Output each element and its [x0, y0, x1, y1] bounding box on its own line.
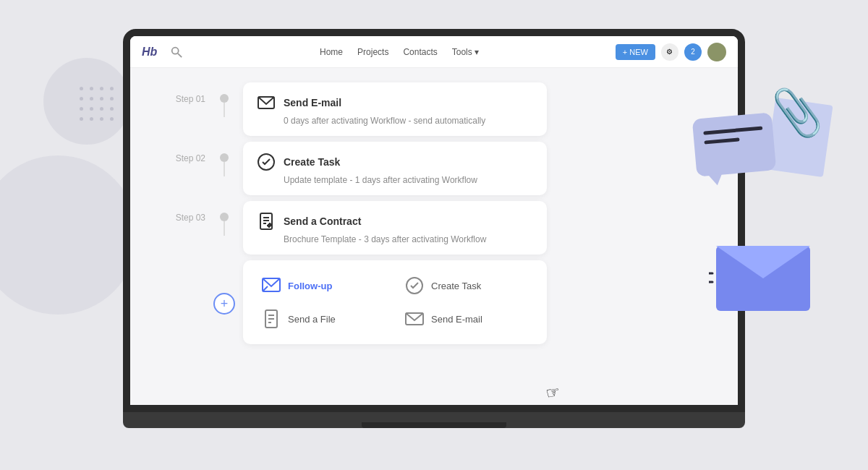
speech-bubble-decoration: [692, 112, 777, 176]
step-subtitle-1: 0 days after activating Workflow - send …: [284, 116, 534, 126]
add-row: +: [152, 260, 716, 344]
task-icon-2: [256, 152, 276, 172]
notification-badge[interactable]: 2: [684, 43, 702, 61]
laptop-base: [123, 412, 745, 428]
followup-card: Follow-up Create Task: [243, 260, 547, 344]
followup-label-email: Send E-mail: [431, 314, 482, 325]
followup-options: Follow-up Create Task: [258, 272, 532, 333]
svg-line-5: [178, 53, 182, 56]
search-icon[interactable]: [170, 46, 183, 59]
step-card-title-1: Send E-mail: [256, 93, 534, 113]
followup-label-followup: Follow-up: [288, 281, 332, 291]
nav-links: Home Projects Contacts Tools ▾: [320, 47, 479, 57]
cursor-hand: ☞: [545, 382, 562, 403]
paperclip-decoration: 📎: [768, 85, 827, 140]
followup-label-file: Send a File: [288, 314, 336, 325]
step-connector-3: [217, 201, 231, 236]
followup-option-task[interactable]: Create Task: [401, 272, 532, 299]
dots-decoration: [80, 87, 116, 123]
followup-label-task: Create Task: [431, 281, 481, 291]
step-subtitle-3: Brochure Template - 3 days after activat…: [284, 234, 534, 244]
followup-option-email[interactable]: Send E-mail: [401, 305, 532, 333]
settings-icon-btn[interactable]: ⚙: [661, 43, 678, 61]
followup-icon: [260, 275, 282, 296]
step-label-1: Step 01: [152, 82, 217, 104]
step-title-3: Send a Contract: [284, 215, 361, 227]
outer-wrapper: 📎 Hb H: [0, 0, 868, 470]
step-line-2: [224, 162, 225, 176]
step-label-2: Step 02: [152, 142, 217, 163]
step-subtitle-2: Update template - 1 days after activatin…: [284, 175, 534, 185]
step-title-2: Create Task: [284, 156, 340, 168]
step-card-title-3: Send a Contract: [256, 211, 534, 231]
bg-circle-left: [0, 155, 137, 315]
nav-home[interactable]: Home: [320, 47, 343, 57]
user-avatar[interactable]: [707, 43, 726, 61]
step-dot-2: [220, 153, 229, 162]
laptop: Hb Home Projects Contacts Tools ▾ + NEW …: [123, 29, 745, 441]
task-icon-followup: [404, 275, 425, 296]
step-card-title-2: Create Task: [256, 152, 534, 172]
svg-point-4: [172, 47, 179, 54]
step-card-2[interactable]: Create Task Update template - 1 days aft…: [243, 142, 547, 195]
nav-right: + NEW ⚙ 2: [616, 43, 726, 61]
step-row-1: Step 01: [152, 82, 716, 136]
step-row-3: Step 03: [152, 201, 716, 255]
followup-option-file[interactable]: Send a File: [258, 305, 389, 333]
file-icon-followup: [260, 308, 282, 330]
step-card-3[interactable]: Send a Contract Brochure Template - 3 da…: [243, 201, 547, 255]
step-line-1: [224, 103, 225, 117]
screen-inner: Hb Home Projects Contacts Tools ▾ + NEW …: [130, 36, 738, 405]
add-step-button[interactable]: +: [213, 293, 235, 315]
nav-projects[interactable]: Projects: [357, 47, 388, 57]
new-button[interactable]: + NEW: [616, 44, 655, 60]
main-content: Step 01: [130, 68, 738, 405]
nav-contacts[interactable]: Contacts: [403, 47, 437, 57]
step-connector-1: [217, 82, 231, 117]
step-dot-3: [220, 213, 229, 221]
step-dot-1: [220, 94, 229, 103]
step-connector-2: [217, 142, 231, 176]
step-line-3: [224, 221, 225, 236]
email-icon-1: [256, 93, 276, 113]
navbar: Hb Home Projects Contacts Tools ▾ + NEW …: [130, 36, 738, 68]
envelope-decoration: [709, 224, 825, 321]
laptop-screen: Hb Home Projects Contacts Tools ▾ + NEW …: [123, 29, 745, 412]
nav-tools[interactable]: Tools ▾: [452, 47, 479, 57]
email-icon-followup: [404, 308, 425, 330]
workflow-steps: Step 01: [152, 82, 716, 390]
followup-option-followup[interactable]: Follow-up: [258, 272, 389, 299]
step-row-2: Step 02: [152, 142, 716, 195]
step-title-1: Send E-mail: [284, 97, 341, 108]
app-logo: Hb: [142, 46, 157, 59]
contract-icon-3: [256, 211, 276, 231]
step-label-3: Step 03: [152, 201, 217, 223]
add-connector: +: [217, 290, 231, 315]
step-card-1[interactable]: Send E-mail 0 days after activating Work…: [243, 82, 547, 136]
